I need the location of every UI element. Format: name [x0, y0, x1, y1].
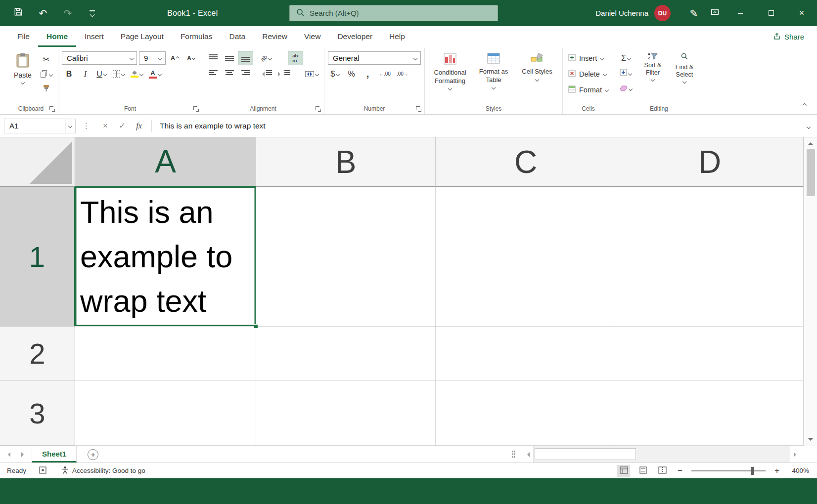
column-header-b[interactable]: B	[256, 137, 436, 187]
bold-button[interactable]: B	[62, 67, 76, 81]
format-cells-button[interactable]: Format	[566, 83, 610, 96]
tab-data[interactable]: Data	[221, 26, 254, 47]
select-all-button[interactable]	[0, 137, 75, 187]
formula-input[interactable]: This is an example to wrap text	[156, 122, 807, 130]
format-painter-button[interactable]	[38, 83, 54, 96]
decrease-decimal-button[interactable]: .00→	[395, 67, 410, 81]
decrease-indent-button[interactable]	[258, 67, 274, 81]
ribbon-display-options-button[interactable]	[704, 3, 725, 24]
customize-quick-access-button[interactable]	[82, 3, 103, 24]
tab-file[interactable]: File	[9, 26, 38, 47]
horizontal-scrollbar-track[interactable]	[533, 446, 790, 462]
cell-c3[interactable]	[436, 381, 616, 446]
cell-c2[interactable]	[436, 327, 616, 381]
zoom-level[interactable]: 400%	[788, 467, 809, 474]
sort-filter-button[interactable]: A Z Sort & Filter	[637, 49, 669, 103]
redo-button[interactable]: ↷	[57, 3, 78, 24]
italic-button[interactable]: I	[78, 67, 92, 81]
cell-d2[interactable]	[616, 327, 804, 381]
scroll-right-arrow[interactable]	[790, 446, 802, 462]
cell-d3[interactable]	[616, 381, 804, 446]
tab-home[interactable]: Home	[38, 26, 76, 47]
cell-a2[interactable]	[75, 327, 256, 381]
delete-cells-button[interactable]: Delete	[566, 67, 610, 81]
bottom-align-button[interactable]	[238, 51, 253, 65]
name-box-dropdown[interactable]	[65, 119, 75, 133]
next-sheet-button[interactable]	[16, 446, 32, 462]
merge-center-button[interactable]	[303, 67, 320, 81]
find-select-button[interactable]: Find & Select	[669, 49, 700, 103]
new-sheet-button[interactable]: +	[88, 449, 98, 460]
number-format-combo[interactable]: General	[328, 51, 421, 65]
row-header-2[interactable]: 2	[0, 327, 75, 381]
tab-review[interactable]: Review	[254, 26, 296, 47]
macro-record-button[interactable]	[39, 466, 46, 475]
tab-formulas[interactable]: Formulas	[172, 26, 221, 47]
zoom-slider[interactable]	[691, 466, 766, 475]
column-header-a[interactable]: A	[75, 137, 256, 187]
copy-button[interactable]	[38, 68, 54, 81]
scroll-down-arrow[interactable]	[808, 438, 814, 444]
cut-button[interactable]: ✂	[38, 53, 54, 66]
undo-button[interactable]: ↶	[33, 3, 53, 24]
insert-function-button[interactable]: fx	[131, 119, 147, 133]
paste-button[interactable]: Paste	[7, 49, 38, 103]
font-size-combo[interactable]: 9	[139, 51, 166, 65]
middle-align-button[interactable]	[222, 51, 236, 65]
close-button[interactable]: ×	[786, 0, 817, 26]
fill-color-button[interactable]	[129, 67, 145, 81]
increase-font-size-button[interactable]: A	[168, 51, 182, 65]
clear-button[interactable]	[618, 82, 634, 95]
zoom-out-button[interactable]: −	[675, 466, 685, 476]
align-left-button[interactable]	[206, 67, 220, 81]
tab-insert[interactable]: Insert	[76, 26, 112, 47]
autosum-button[interactable]: Σ	[618, 51, 634, 65]
minimize-button[interactable]: –	[725, 0, 756, 26]
wrap-text-button[interactable]: ab c	[288, 51, 303, 65]
name-box-input[interactable]	[4, 122, 65, 130]
formula-bar-resize-handle[interactable]: ⋮	[83, 122, 90, 130]
cell-c1[interactable]	[436, 187, 616, 327]
cell-a3[interactable]	[75, 381, 256, 446]
vertical-scrollbar[interactable]	[804, 137, 817, 446]
search-box[interactable]	[289, 5, 498, 21]
column-header-d[interactable]: D	[616, 137, 804, 187]
scroll-left-arrow[interactable]	[521, 446, 533, 462]
tab-page-layout[interactable]: Page Layout	[112, 26, 172, 47]
previous-sheet-button[interactable]	[0, 446, 16, 462]
cell-b2[interactable]	[256, 327, 436, 381]
top-align-button[interactable]	[206, 51, 220, 65]
expand-formula-bar-button[interactable]	[807, 122, 810, 130]
horizontal-scrollbar-thumb[interactable]	[535, 448, 636, 460]
conditional-formatting-button[interactable]: Conditional Formatting	[428, 49, 472, 103]
accounting-format-button[interactable]: $	[328, 67, 342, 81]
increase-decimal-button[interactable]: ←.00	[377, 67, 393, 81]
underline-button[interactable]: U	[94, 67, 109, 81]
tab-developer[interactable]: Developer	[329, 26, 381, 47]
fill-handle[interactable]	[254, 324, 258, 329]
accessibility-checker-button[interactable]: Accessibility: Good to go	[61, 466, 145, 475]
cell-b1[interactable]	[256, 187, 436, 327]
increase-indent-button[interactable]	[276, 67, 292, 81]
row-header-3[interactable]: 3	[0, 381, 75, 446]
name-box[interactable]	[4, 119, 76, 133]
column-header-c[interactable]: C	[436, 137, 616, 187]
cell-d1[interactable]	[616, 187, 804, 327]
cell-a1[interactable]: This is an example to wrap text	[75, 187, 256, 327]
scroll-up-arrow[interactable]	[808, 139, 814, 145]
cell-styles-button[interactable]: Cell Styles	[515, 49, 559, 103]
font-dialog-launcher[interactable]	[192, 105, 199, 112]
cancel-button[interactable]: ×	[97, 119, 114, 133]
tab-view[interactable]: View	[296, 26, 329, 47]
percent-style-button[interactable]: %	[344, 67, 359, 81]
comma-style-button[interactable]: ,	[361, 67, 375, 81]
horizontal-scrollbar[interactable]	[521, 446, 802, 462]
decrease-font-size-button[interactable]: A	[184, 51, 198, 65]
alignment-dialog-launcher[interactable]	[315, 105, 321, 112]
pen-icon[interactable]: ✎	[683, 3, 704, 24]
enter-button[interactable]: ✓	[114, 119, 131, 133]
page-layout-view-button[interactable]	[636, 465, 649, 477]
sheet-tab-sheet1[interactable]: Sheet1	[32, 446, 77, 462]
cell-b3[interactable]	[256, 381, 436, 446]
save-button[interactable]	[8, 3, 29, 24]
